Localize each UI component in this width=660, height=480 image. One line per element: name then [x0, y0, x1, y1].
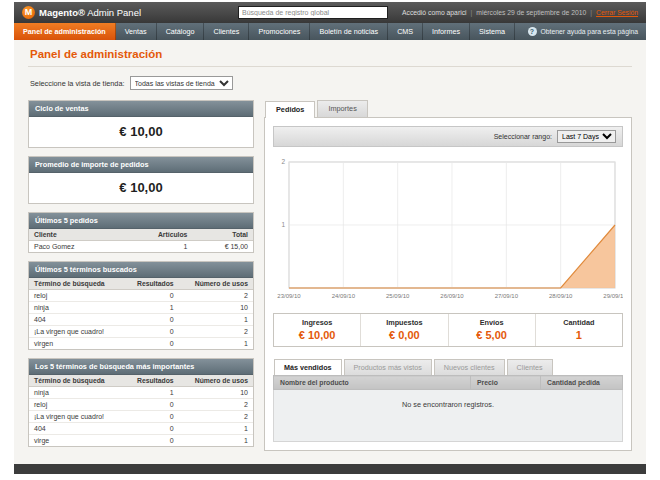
- tab-productos-mas-vistos[interactable]: Productos más vistos: [344, 359, 432, 375]
- brand-text: Magento® Admin Panel: [39, 7, 141, 18]
- user-info: Accedió como aparici | miércoles 29 de s…: [402, 9, 638, 16]
- stat-envios: Envíos € 5,00: [449, 314, 536, 346]
- table-row[interactable]: reloj02: [29, 399, 253, 411]
- admin-app: M Magento® Admin Panel Accedió como apar…: [14, 2, 646, 474]
- footer-bar: [14, 464, 646, 474]
- panel-last-search-terms: Últimos 5 términos buscados Término de b…: [28, 261, 254, 350]
- table-row[interactable]: 40401: [29, 314, 253, 326]
- dashboard-right-column: Pedidos Importes Seleccionar rango: Last…: [264, 100, 632, 451]
- panel-title: Últimos 5 términos buscados: [29, 262, 253, 278]
- magento-logo-icon: M: [22, 6, 35, 19]
- range-bar: Seleccionar rango: Last 7 Days: [273, 126, 623, 147]
- tab-nuevos-clientes[interactable]: Nuevos clientes: [434, 359, 505, 375]
- logged-in-as: Accedió como aparici: [402, 9, 467, 16]
- nav-item-informes[interactable]: Informes: [423, 23, 470, 40]
- tab-importes[interactable]: Importes: [317, 100, 367, 117]
- svg-text:24/09/10: 24/09/10: [332, 293, 356, 299]
- range-select[interactable]: Last 7 Days: [557, 130, 616, 143]
- nav-item-promociones[interactable]: Promociones: [249, 23, 310, 40]
- nav-item-boletin[interactable]: Boletín de noticias: [310, 23, 388, 40]
- svg-text:1: 1: [281, 221, 285, 228]
- top-header: M Magento® Admin Panel Accedió como apar…: [14, 2, 646, 23]
- tab-mas-vendidos[interactable]: Más vendidos: [274, 359, 342, 375]
- table-row[interactable]: ninja110: [29, 387, 253, 399]
- lifetime-sales-value: € 10,00: [29, 117, 253, 147]
- page-help-link[interactable]: ? Obtener ayuda para esta página: [528, 23, 647, 40]
- svg-text:25/09/10: 25/09/10: [386, 293, 410, 299]
- panel-top-search-terms: Los 5 términos de búsqueda más important…: [28, 358, 254, 447]
- range-label: Seleccionar rango:: [494, 133, 552, 140]
- diagram-tabs: Pedidos Importes: [264, 100, 632, 117]
- store-view-select[interactable]: Todas las vistas de tienda: [130, 76, 233, 90]
- empty-records-message: No se encontraron registros.: [274, 390, 623, 442]
- tab-clientes[interactable]: Clientes: [507, 359, 553, 375]
- totals-row: Ingresos € 10,00 Impuestos € 0,00 Envíos…: [273, 313, 623, 347]
- svg-text:29/09/10: 29/09/10: [603, 293, 623, 299]
- panel-average-orders: Promedio de importe de pedidos € 10,00: [28, 156, 254, 204]
- stat-ingresos: Ingresos € 10,00: [274, 314, 361, 346]
- orders-chart: 1223/09/1024/09/1025/09/1026/09/1027/09/…: [273, 155, 623, 305]
- stat-cantidad: Cantidad 1: [536, 314, 622, 346]
- bestsellers-table: Nombre del producto Precio Cantidad pedi…: [273, 375, 623, 442]
- nav-item-ventas[interactable]: Ventas: [116, 23, 157, 40]
- table-row[interactable]: ¡La virgen que cuadro!02: [29, 326, 253, 338]
- global-search-input[interactable]: [238, 6, 388, 19]
- svg-text:26/09/10: 26/09/10: [440, 293, 464, 299]
- stat-impuestos: Impuestos € 0,00: [361, 314, 448, 346]
- nav-item-clientes[interactable]: Clientes: [204, 23, 249, 40]
- panel-lifetime-sales: Ciclo de ventas € 10,00: [28, 100, 254, 148]
- nav-item-catalogo[interactable]: Catálogo: [157, 23, 205, 40]
- dashboard-left-column: Ciclo de ventas € 10,00 Promedio de impo…: [28, 100, 254, 455]
- nav-item-dashboard[interactable]: Panel de administración: [14, 23, 116, 40]
- main-nav: Panel de administración Ventas Catálogo …: [14, 23, 646, 40]
- svg-text:23/09/10: 23/09/10: [277, 293, 301, 299]
- orders-tab-panel: Seleccionar rango: Last 7 Days 1223/09/1…: [264, 117, 632, 451]
- panel-title: Promedio de importe de pedidos: [29, 157, 253, 173]
- table-row[interactable]: 40401: [29, 423, 253, 435]
- last-orders-table: Cliente Artículos Total Paco Gomez 1 € 1…: [29, 229, 253, 252]
- table-row[interactable]: Paco Gomez 1 € 15,00: [29, 241, 253, 253]
- nav-item-sistema[interactable]: Sistema: [470, 23, 515, 40]
- average-orders-value: € 10,00: [29, 173, 253, 203]
- table-row[interactable]: virgen01: [29, 338, 253, 350]
- page-title: Panel de administración: [28, 40, 632, 67]
- svg-text:27/09/10: 27/09/10: [495, 293, 519, 299]
- top-search-table: Término de búsqueda Resultados Número de…: [29, 375, 253, 446]
- table-row[interactable]: ¡La virgen que cuadro!02: [29, 411, 253, 423]
- panel-last-orders: Últimos 5 pedidos Cliente Artículos Tota…: [28, 212, 254, 253]
- brand: M Magento® Admin Panel: [22, 6, 141, 19]
- current-date: miércoles 29 de septiembre de 2010: [476, 9, 586, 16]
- store-view-label: Seleccione la vista de tienda:: [30, 79, 125, 88]
- table-row[interactable]: virge01: [29, 435, 253, 447]
- last-search-table: Término de búsqueda Resultados Número de…: [29, 278, 253, 349]
- store-switcher: Seleccione la vista de tienda: Todas las…: [28, 67, 632, 100]
- grids-tabs: Más vendidos Productos más vistos Nuevos…: [273, 359, 623, 375]
- nav-item-cms[interactable]: CMS: [388, 23, 423, 40]
- table-row[interactable]: reloj02: [29, 290, 253, 302]
- tab-pedidos[interactable]: Pedidos: [265, 101, 315, 118]
- panel-title: Últimos 5 pedidos: [29, 213, 253, 229]
- panel-title: Ciclo de ventas: [29, 101, 253, 117]
- svg-text:2: 2: [281, 158, 285, 165]
- panel-title: Los 5 términos de búsqueda más important…: [29, 359, 253, 375]
- svg-text:28/09/10: 28/09/10: [549, 293, 573, 299]
- table-row[interactable]: ninja110: [29, 302, 253, 314]
- help-icon: ?: [528, 27, 537, 36]
- logout-link[interactable]: Cerrar Sesión: [596, 9, 638, 16]
- content: Panel de administración Seleccione la vi…: [14, 40, 646, 458]
